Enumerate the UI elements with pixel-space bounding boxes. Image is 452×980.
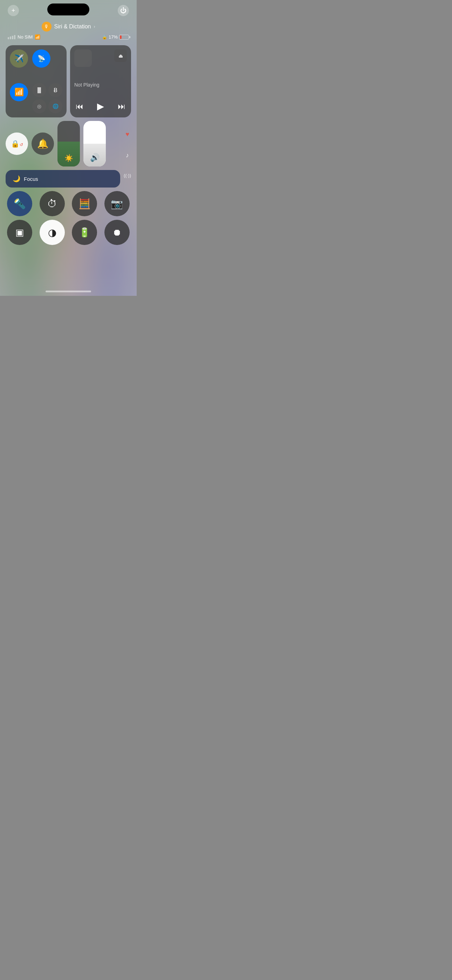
row-utilities: ▣ ◑ 🔋 ⏺ (6, 220, 131, 245)
battery-fill (120, 35, 122, 39)
top-bar: + ⏻ (0, 0, 137, 18)
low-power-button[interactable]: 🔋 (72, 220, 97, 245)
cellular-button[interactable]: ▐▌ (32, 83, 46, 97)
airdrop-icon: 📡 (38, 55, 45, 62)
airplay-button[interactable]: ⏏ (114, 49, 127, 62)
dark-mode-icon: ◑ (48, 227, 56, 238)
cellular-icon: ▐▌ (36, 87, 43, 93)
timer-icon: ⏱ (47, 198, 57, 210)
media-next-button[interactable]: ⏭ (116, 100, 127, 113)
screen-mirror-icon: ▣ (16, 227, 24, 238)
internet-icon: 🌐 (53, 103, 59, 109)
wifi-icon: 📶 (14, 88, 24, 97)
media-panel[interactable]: ⏏ Not Playing ⏮ ▶ ⏭ (70, 45, 131, 118)
focus-status-button[interactable]: ◎ (32, 99, 46, 113)
add-button[interactable]: + (8, 5, 19, 16)
wifi-icon-small: 📶 (35, 34, 40, 40)
connectivity-panel: ✈️ 📡 📶 ▐▌ Ƀ ◎ (6, 45, 67, 118)
media-previous-button[interactable]: ⏮ (74, 100, 85, 113)
media-play-button[interactable]: ▶ (95, 100, 105, 113)
side-icons: ♥ ♪ ((·)) (124, 121, 131, 188)
orientation-lock-button[interactable]: 🔒↺ (6, 132, 28, 155)
volume-slider[interactable]: 🔊 (83, 121, 106, 167)
media-not-playing-label: Not Playing (74, 82, 127, 88)
focus-button[interactable]: 🌙 Focus (6, 170, 120, 188)
internet-sharing-button[interactable]: 🌐 (48, 99, 62, 113)
signal-dots (8, 35, 16, 39)
control-center-panel: + ⏻ 🎙 Siri & Dictation › No SIM 📶 🔒 17% (0, 0, 137, 296)
calculator-icon: 🧮 (78, 198, 91, 210)
record-icon: ⏺ (113, 227, 122, 238)
lock-icon: 🔒 (102, 35, 107, 40)
timer-button[interactable]: ⏱ (40, 191, 65, 216)
media-controls: ⏮ ▶ ⏭ (74, 100, 127, 113)
camera-icon: 📷 (111, 198, 123, 210)
main-grid: ✈️ 📡 📶 ▐▌ Ƀ ◎ (0, 43, 137, 245)
status-row: No SIM 📶 🔒 17% (0, 33, 137, 43)
airplane-mode-button[interactable]: ✈️ (10, 49, 28, 68)
bluetooth-icon: Ƀ (54, 87, 57, 94)
dark-mode-button[interactable]: ◑ (40, 220, 65, 245)
notification-button[interactable]: 🔔 (32, 132, 54, 155)
status-left: No SIM 📶 (8, 34, 40, 40)
siri-chevron-icon: › (94, 24, 95, 29)
flashlight-button[interactable]: 🔦 (7, 191, 32, 216)
airdrop-button[interactable]: 📡 (32, 49, 51, 68)
dynamic-island (47, 3, 89, 16)
battery-indicator (119, 35, 129, 40)
bell-icon: 🔔 (37, 138, 48, 149)
power-button[interactable]: ⏻ (118, 5, 129, 16)
calculator-button[interactable]: 🧮 (72, 191, 97, 216)
brightness-slider[interactable]: ☀️ (57, 121, 80, 167)
siri-banner[interactable]: 🎙 Siri & Dictation › (0, 22, 137, 32)
media-top: ⏏ (74, 49, 127, 67)
music-note-icon: ♪ (126, 152, 129, 159)
signal-strength-icon: ((·)) (124, 173, 131, 178)
battery-bar (119, 35, 129, 40)
battery-icon: 🔋 (79, 227, 90, 238)
camera-button[interactable]: 📷 (104, 191, 130, 216)
connectivity-sub: ▐▌ Ƀ ◎ 🌐 (32, 83, 62, 113)
heart-icon: ♥ (126, 131, 129, 138)
airplay-icon: ⏏ (118, 53, 123, 59)
moon-icon: 🌙 (13, 175, 20, 183)
screen-record-button[interactable]: ⏺ (104, 220, 130, 245)
status-right: 🔒 17% (102, 34, 129, 40)
siri-mic-icon: 🎙 (42, 22, 51, 32)
airplane-icon: ✈️ (14, 54, 24, 63)
home-indicator (46, 291, 91, 292)
bluetooth-button[interactable]: Ƀ (48, 83, 62, 97)
focus-status-icon: ◎ (37, 103, 41, 109)
brightness-icon: ☀️ (64, 154, 73, 162)
siri-label: Siri & Dictation (54, 24, 91, 30)
carrier-label: No SIM (18, 34, 33, 40)
media-artwork (74, 49, 92, 67)
row-connectivity-media: ✈️ 📡 📶 ▐▌ Ƀ ◎ (6, 45, 131, 118)
row-sliders: 🔒↺ 🔔 ☀️ 🔊 (6, 121, 131, 188)
wifi-button[interactable]: 📶 (10, 83, 28, 101)
orientation-lock-icon: 🔒↺ (11, 140, 23, 148)
battery-percent: 17% (108, 34, 118, 40)
focus-row: 🌙 Focus (6, 170, 120, 188)
row-actions: 🔦 ⏱ 🧮 📷 (6, 191, 131, 216)
volume-icon: 🔊 (90, 153, 100, 162)
flashlight-icon: 🔦 (14, 198, 26, 210)
screen-mirror-button[interactable]: ▣ (7, 220, 32, 245)
focus-label: Focus (24, 176, 38, 182)
